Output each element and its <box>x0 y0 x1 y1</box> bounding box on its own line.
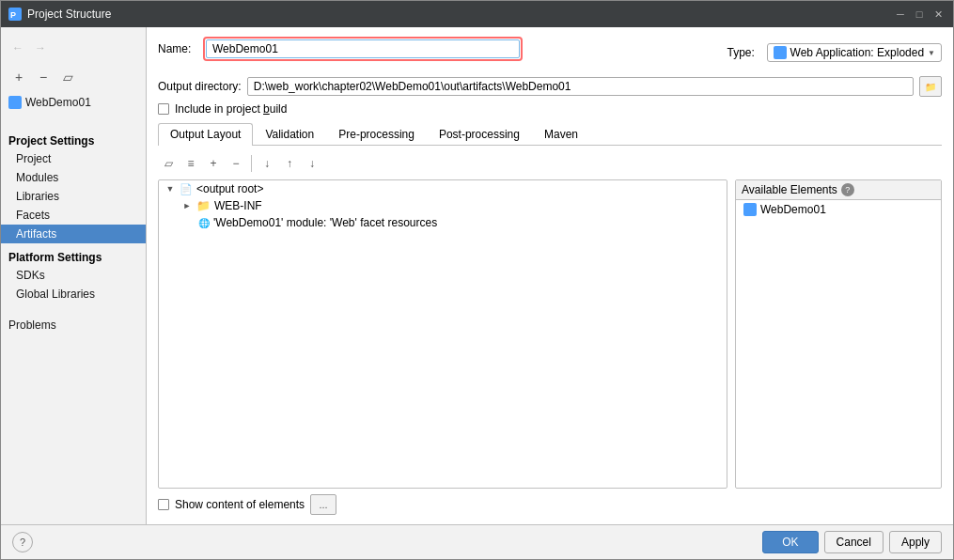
facet-resources-label: 'WebDemo01' module: 'Web' facet resource… <box>213 216 437 229</box>
right-pane: Available Elements ? WebDemo01 <box>735 179 942 489</box>
type-dropdown-arrow: ▼ <box>928 49 935 57</box>
tab-validation[interactable]: Validation <box>253 123 326 145</box>
ok-button[interactable]: OK <box>762 531 818 553</box>
title-bar-controls: ─ □ ✕ <box>893 7 946 22</box>
type-select[interactable]: Web Application: Exploded ▼ <box>767 43 942 62</box>
dialog-body: ← → + − ▱ WebDemo01 Project Settings Pro… <box>1 27 953 524</box>
pane-container: ▼ 📄 <output root> ► 📁 WEB-INF 🌐 <box>158 179 942 489</box>
artifact-toolbar: ▱ ≡ + − ↓ ↑ ↓ <box>158 151 942 176</box>
more-button[interactable]: ... <box>310 494 336 515</box>
sidebar-item-project[interactable]: Project <box>1 149 146 168</box>
main-content: Name: Type: Web Application: Exploded ▼ <box>147 27 953 524</box>
sidebar-item-libraries[interactable]: Libraries <box>1 187 146 206</box>
copy-btn[interactable]: ▱ <box>158 153 179 174</box>
sidebar-item-problems[interactable]: Problems <box>1 311 146 334</box>
type-icon <box>774 46 787 59</box>
element-label: WebDemo01 <box>760 203 826 216</box>
available-element-webdemo01[interactable]: WebDemo01 <box>736 200 941 219</box>
title-bar-left: P Project Structure <box>8 8 111 21</box>
svg-text:P: P <box>10 10 16 20</box>
sidebar-artifact-webdemo01[interactable]: WebDemo01 <box>1 93 146 112</box>
bottom-bar: Show content of elements ... <box>158 489 942 515</box>
forward-button[interactable]: → <box>31 39 50 57</box>
expand-icon: ▼ <box>164 183 176 194</box>
project-icon: P <box>8 8 22 21</box>
tree-item-web-inf[interactable]: ► 📁 WEB-INF <box>159 197 727 214</box>
close-button[interactable]: ✕ <box>931 7 946 22</box>
sidebar-item-artifacts[interactable]: Artifacts <box>1 225 146 243</box>
name-input-wrapper <box>203 37 523 61</box>
type-value: Web Application: Exploded <box>790 46 925 59</box>
include-row: Include in project build <box>158 102 942 116</box>
include-label: Include in project build <box>175 102 287 116</box>
tree-item-output-root[interactable]: ▼ 📄 <output root> <box>159 180 727 197</box>
remove-artifact-button[interactable]: − <box>33 67 54 87</box>
web-inf-label: WEB-INF <box>214 199 262 212</box>
tab-maven[interactable]: Maven <box>532 123 590 145</box>
folder-icon: 📁 <box>196 199 211 212</box>
left-pane: ▼ 📄 <output root> ► 📁 WEB-INF 🌐 <box>158 179 727 489</box>
output-label: Output directory: <box>158 80 242 93</box>
root-icon: 📄 <box>180 183 193 195</box>
add-element-btn[interactable]: + <box>203 153 224 174</box>
toolbar-separator <box>251 155 252 172</box>
sidebar-item-modules[interactable]: Modules <box>1 168 146 187</box>
move-down-btn[interactable]: ↓ <box>257 153 277 174</box>
expand-icon-webinf: ► <box>181 200 193 211</box>
artifact-icon <box>8 96 22 109</box>
sidebar-item-global-libraries[interactable]: Global Libraries <box>1 285 146 303</box>
tab-post-processing[interactable]: Post-processing <box>427 123 532 145</box>
back-button[interactable]: ← <box>8 39 27 57</box>
move-up-btn[interactable]: ↑ <box>279 153 300 174</box>
output-root-label: <output root> <box>196 182 263 195</box>
remove-element-btn[interactable]: − <box>226 153 246 174</box>
available-elements-title: Available Elements <box>742 183 837 196</box>
sidebar-item-sdks[interactable]: SDKs <box>1 266 146 285</box>
name-label: Name: <box>158 42 195 55</box>
help-button[interactable]: ? <box>12 532 33 552</box>
output-input[interactable] <box>247 77 914 96</box>
copy-artifact-button[interactable]: ▱ <box>57 67 78 87</box>
tabs-row: Output Layout Validation Pre-processing … <box>158 123 942 146</box>
sidebar-item-facets[interactable]: Facets <box>1 206 146 225</box>
tab-output-layout[interactable]: Output Layout <box>158 123 253 146</box>
sidebar: ← → + − ▱ WebDemo01 Project Settings Pro… <box>1 27 147 524</box>
type-row: Type: Web Application: Exploded ▼ <box>727 43 942 62</box>
dialog-footer: ? OK Cancel Apply <box>1 524 953 559</box>
dialog-title: Project Structure <box>27 8 111 21</box>
move-into-btn[interactable]: ↓ <box>302 153 322 174</box>
available-elements-header: Available Elements ? <box>736 180 941 200</box>
sidebar-toolbar: + − ▱ <box>1 63 146 93</box>
tree-item-facet-resources[interactable]: 🌐 'WebDemo01' module: 'Web' facet resour… <box>159 214 727 231</box>
output-row: Output directory: 📁 <box>158 76 942 97</box>
title-bar: P Project Structure ─ □ ✕ <box>1 1 953 27</box>
show-content-checkbox[interactable] <box>158 499 169 510</box>
footer-left: ? <box>12 532 33 552</box>
maximize-button[interactable]: □ <box>912 7 927 22</box>
minimize-button[interactable]: ─ <box>893 7 908 22</box>
grid-btn[interactable]: ≡ <box>180 153 201 174</box>
help-icon[interactable]: ? <box>841 183 854 196</box>
project-settings-label: Project Settings <box>1 131 146 149</box>
project-structure-dialog: P Project Structure ─ □ ✕ ← → + − ▱ WebD… <box>0 0 954 560</box>
show-content-label: Show content of elements <box>175 498 305 511</box>
add-artifact-button[interactable]: + <box>8 67 29 87</box>
apply-button[interactable]: Apply <box>889 531 942 553</box>
nav-arrows: ← → <box>1 35 146 63</box>
footer-right: OK Cancel Apply <box>762 531 942 553</box>
tab-pre-processing[interactable]: Pre-processing <box>326 123 427 145</box>
include-checkbox[interactable] <box>158 103 169 115</box>
element-artifact-icon <box>743 203 757 216</box>
name-row: Name: <box>158 37 720 61</box>
file-icon: 🌐 <box>198 218 210 228</box>
type-label: Type: <box>727 46 761 59</box>
name-input[interactable] <box>206 39 520 58</box>
cancel-button[interactable]: Cancel <box>824 531 884 553</box>
artifact-name: WebDemo01 <box>25 96 91 109</box>
browse-button[interactable]: 📁 <box>919 76 942 97</box>
platform-settings-label: Platform Settings <box>1 243 146 266</box>
